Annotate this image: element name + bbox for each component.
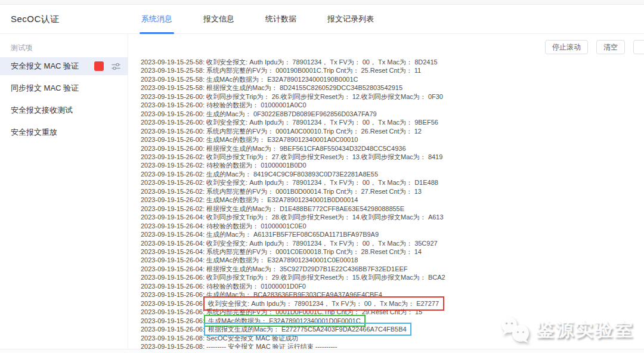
tab-bar: 系统消息报文信息统计数据报文记录列表 bbox=[141, 5, 374, 33]
log-timestamp: 2023-09-19-15-26-04: bbox=[141, 248, 206, 255]
log-timestamp: 2023-09-19-15-26-04: bbox=[141, 265, 206, 273]
log-line: 2023-09-19-15-25-58: 根据报文生成的Mac为： 8D2415… bbox=[141, 83, 644, 92]
log-line: 2023-09-19-15-26-04: 生成的Mac为： A6131FB5F7… bbox=[141, 230, 644, 239]
sidebar-item-0[interactable]: 安全报文 MAC 验证 bbox=[0, 57, 128, 75]
log-message: 收到安全报文: Auth Ipdu为： 78901234， Tx FV为： 00… bbox=[206, 179, 438, 186]
log-timestamp: 2023-09-19-15-26-02: bbox=[141, 196, 206, 203]
log-message: 待校验的数据为： 01000001A0C0 bbox=[206, 101, 306, 109]
app-window: SecOC认证 系统消息报文信息统计数据报文记录列表 测试项 安全报文 MAC … bbox=[0, 0, 644, 353]
log-timestamp: 2023-09-19-15-26-00: bbox=[141, 119, 206, 126]
sliders-icon[interactable] bbox=[112, 62, 120, 71]
log-message: 生成MAc的数据为： E32A789012340001A0C00010 bbox=[206, 136, 358, 143]
header: SecOC认证 系统消息报文信息统计数据报文记录列表 bbox=[0, 5, 644, 34]
log-message: 收到安全报文: Auth Ipdu为： 78901234， Tx FV为： 00… bbox=[206, 240, 438, 247]
log-timestamp: 2023-09-19-15-26-02: bbox=[141, 179, 206, 186]
log-line: 2023-09-19-15-26-02: 收到安全报文: Auth Ipdu为：… bbox=[141, 178, 644, 187]
log-timestamp: 2023-09-19-15-25-58: bbox=[141, 67, 206, 74]
log-timestamp: 2023-09-19-15-26-06: bbox=[141, 308, 206, 315]
tab-1[interactable]: 报文信息 bbox=[203, 5, 234, 33]
log-message: 收到安全报文: Auth Ipdu为： 78901234， Tx FV为： 00… bbox=[206, 119, 438, 126]
log-line: 2023-09-19-15-26-04: 系统内部完整的FV为： 0001C0E… bbox=[141, 247, 644, 256]
log-line: 2023-09-19-15-26-02: 系统内部完整的FV为： 0001B0D… bbox=[141, 187, 644, 196]
log-timestamp: 2023-09-19-15-25-58: bbox=[141, 84, 206, 91]
log-message: 生成MAc的数据为： E32A789012340001C0E00018 bbox=[206, 256, 358, 264]
sidebar-item-label: 同步报文 MAC 验证 bbox=[11, 83, 79, 94]
log-timestamp: 2023-09-19-15-25-58: bbox=[141, 58, 206, 66]
log-message: 系统内部完整的FV为： 0001A0C00010.Trip Cnt为： 26.R… bbox=[206, 128, 422, 135]
log-toolbar: 停止滚动 清空 bbox=[545, 40, 644, 54]
log-area[interactable]: 2023-09-19-15-25-58: 收到安全报文: Auth Ipdu为：… bbox=[128, 34, 644, 349]
log-message: 根据报文生成的Mac为： 8D24155C8260529DCC34B528035… bbox=[206, 84, 402, 91]
log-line: 2023-09-19-15-26-06: 收到安全报文: Auth Ipdu为：… bbox=[141, 299, 644, 308]
log-timestamp: 2023-09-19-15-26-02: bbox=[141, 162, 206, 169]
log-line: 2023-09-19-15-26-06: 收到同步报文Trip为： 29.收到同… bbox=[141, 273, 644, 281]
log-line: 2023-09-19-15-26-00: 根据报文生成的Mac为： 9BEF56… bbox=[141, 144, 644, 153]
log-timestamp: 2023-09-19-15-26-02: bbox=[141, 205, 206, 212]
log-line: 2023-09-19-15-26-00: 收到同步报文Trip为： 26.收到同… bbox=[141, 92, 644, 101]
log-message: 待校验的数据为： 01000001D0F0 bbox=[206, 283, 306, 290]
log-line: 2023-09-19-15-25-58: 系统内部完整的FV为： 000190B… bbox=[141, 66, 644, 75]
stop-square-icon[interactable] bbox=[94, 61, 104, 71]
clear-button[interactable]: 清空 bbox=[596, 40, 625, 54]
log-timestamp: 2023-09-19-15-26-00: bbox=[141, 93, 206, 100]
log-timestamp: 2023-09-19-15-26-04: bbox=[141, 240, 206, 247]
sidebar-item-icons bbox=[94, 61, 120, 71]
log-line: 2023-09-19-15-26-02: 生成MAc的数据为： E32A7890… bbox=[141, 196, 644, 204]
log-timestamp: 2023-09-19-15-25-58: bbox=[141, 76, 206, 83]
log-line: 2023-09-19-15-26-00: 生成MAc的数据为： E32A7890… bbox=[141, 135, 644, 144]
log-message: 根据报文生成的Mac为： E272775C5A2403F9DA22466A7C4… bbox=[205, 324, 410, 335]
log-message: 收到同步报文Trip为： 29.收到同步报文Reset为： 15.收到同步报文M… bbox=[206, 274, 445, 281]
log-line: 2023-09-19-15-26-00: 系统内部完整的FV为： 0001A0C… bbox=[141, 127, 644, 135]
log-timestamp: 2023-09-19-15-26-06: bbox=[141, 326, 206, 333]
main-panel: 停止滚动 清空 2023-09-19-15-25-58: 收到安全报文: Aut… bbox=[128, 34, 644, 349]
log-message: 根据报文生成的Mac为： 9BEF561CFA8F550434D32D48CC5… bbox=[206, 145, 405, 152]
log-message: 生成的Mac为： 0F3022E8B7D8089EF962856D03A7FA7… bbox=[206, 110, 377, 117]
log-message: 根据报文生成的Mac为： 35C927D29D7B1E22C436BB7F32E… bbox=[206, 265, 407, 273]
log-line: 2023-09-19-15-26-04: 收到同步报文Trip为： 28.收到同… bbox=[141, 213, 644, 221]
log-line: 2023-09-19-15-26-00: 待校验的数据为： 01000001A0… bbox=[141, 101, 644, 109]
sidebar-item-label: 安全报文重放 bbox=[11, 127, 57, 138]
log-line: 2023-09-19-15-26-08: --------- 安全报文 MAC … bbox=[141, 342, 644, 349]
log-timestamp: 2023-09-19-15-26-02: bbox=[141, 153, 206, 160]
stop-scroll-button[interactable]: 停止滚动 bbox=[545, 40, 588, 54]
tab-3[interactable]: 报文记录列表 bbox=[327, 5, 374, 33]
log-message: 收到同步报文Trip为： 27.收到同步报文Reset为： 13.收到同步报文M… bbox=[206, 153, 442, 160]
log-line: 2023-09-19-15-26-02: 生成的Mac为： 8419C4C9C9… bbox=[141, 170, 644, 178]
log-timestamp: 2023-09-19-15-26-06: bbox=[141, 291, 206, 298]
bottom-strip bbox=[0, 349, 644, 353]
sidebar-section-label: 测试项 bbox=[11, 43, 128, 53]
log-timestamp: 2023-09-19-15-26-00: bbox=[141, 136, 206, 143]
sidebar: 测试项 安全报文 MAC 验证同步报文 MAC 验证安全报文接收测试安全报文重放 bbox=[0, 34, 128, 349]
log-message: 生成MAc的数据为： E32A78901234000190B0001C bbox=[206, 76, 358, 83]
log-message: 收到安全报文: Auth Ipdu为： 78901234， Tx FV为： 00… bbox=[206, 58, 438, 66]
log-line: 2023-09-19-15-26-02: 待校验的数据为： 01000001B0… bbox=[141, 161, 644, 169]
log-timestamp: 2023-09-19-15-26-08: bbox=[141, 343, 206, 349]
log-line: 2023-09-19-15-26-04: 待校验的数据为： 01000001C0… bbox=[141, 222, 644, 230]
log-timestamp: 2023-09-19-15-26-08: bbox=[141, 335, 206, 342]
log-line: 2023-09-19-15-26-04: 收到安全报文: Auth Ipdu为：… bbox=[141, 239, 644, 247]
log-timestamp: 2023-09-19-15-26-06: bbox=[141, 283, 206, 290]
clipped-button[interactable] bbox=[633, 40, 644, 54]
log-timestamp: 2023-09-19-15-26-04: bbox=[141, 231, 206, 238]
top-strip bbox=[0, 0, 644, 5]
log-timestamp: 2023-09-19-15-26-00: bbox=[141, 110, 206, 117]
log-line: 2023-09-19-15-26-02: 收到同步报文Trip为： 27.收到同… bbox=[141, 153, 644, 161]
log-message: 生成的Mac为： 8419C4C9C9F803893C0D73E2281A8E5… bbox=[206, 171, 378, 178]
log-timestamp: 2023-09-19-15-26-02: bbox=[141, 171, 206, 178]
log-timestamp: 2023-09-19-15-26-06: bbox=[141, 317, 206, 324]
log-line: 2023-09-19-15-26-06: 根据报文生成的Mac为： E27277… bbox=[141, 325, 644, 333]
log-message: 收到同步报文Trip为： 28.收到同步报文Reset为： 14.收到同步报文M… bbox=[206, 213, 444, 221]
log-line: 2023-09-19-15-26-04: 生成MAc的数据为： E32A7890… bbox=[141, 256, 644, 264]
sidebar-item-3[interactable]: 安全报文重放 bbox=[0, 123, 128, 141]
sidebar-item-label: 安全报文接收测试 bbox=[11, 105, 73, 116]
tab-2[interactable]: 统计数据 bbox=[265, 5, 296, 33]
log-line: 2023-09-19-15-26-02: 根据报文生成的Mac为： D1E488… bbox=[141, 205, 644, 213]
log-message: 收到安全报文: Auth Ipdu为： 78901234， Tx FV为： 00… bbox=[205, 298, 443, 309]
log-message: 待校验的数据为： 01000001C0E0 bbox=[206, 222, 306, 230]
sidebar-item-1[interactable]: 同步报文 MAC 验证 bbox=[0, 79, 128, 97]
tab-0[interactable]: 系统消息 bbox=[141, 5, 172, 33]
log-line: 2023-09-19-15-26-04: 根据报文生成的Mac为： 35C927… bbox=[141, 265, 644, 273]
log-message: 生成MAc的数据为： E32A789012340001B0D00014 bbox=[206, 196, 358, 203]
sidebar-item-label: 安全报文 MAC 验证 bbox=[11, 61, 79, 72]
sidebar-item-2[interactable]: 安全报文接收测试 bbox=[0, 101, 128, 119]
